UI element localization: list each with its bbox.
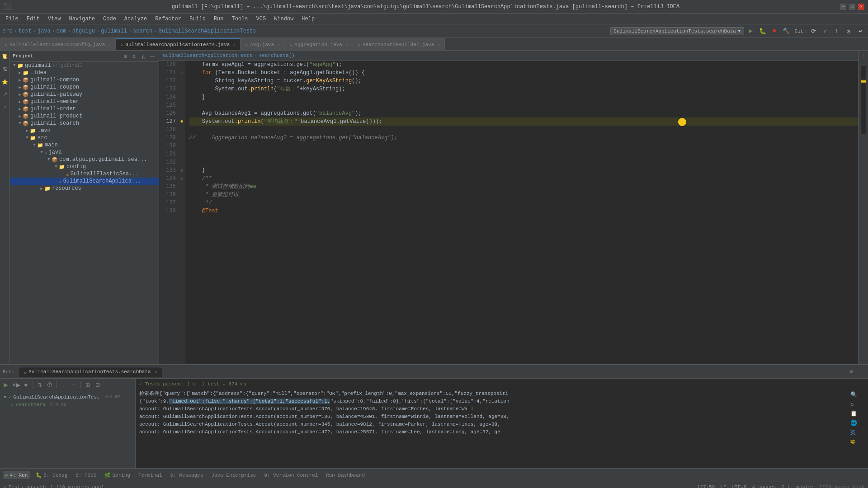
test-case-row[interactable]: ✓ searchData 674 ms	[2, 401, 133, 408]
scroll-indicator[interactable]	[861, 66, 866, 134]
tree-search-tests[interactable]: ☕ GulimallSearchApplica...	[10, 178, 159, 185]
code-editor[interactable]: 120 121 122 123 124 125 126 127 128 129 …	[159, 61, 858, 364]
run-tab-close[interactable]: ✕	[155, 369, 157, 375]
bc-method[interactable]: searchData()	[259, 53, 295, 58]
output-tool-1[interactable]: 🔍	[850, 391, 857, 399]
build-button[interactable]: 🔨	[781, 26, 791, 36]
tab-search-tests-close[interactable]: ✕	[233, 42, 236, 47]
git-history-button[interactable]: ◷	[844, 26, 854, 36]
menu-build[interactable]: Build	[186, 15, 209, 23]
menu-tools[interactable]: Tools	[228, 15, 252, 23]
code-content[interactable]: Terms ageAgg1 = aggregations.get("ageAgg…	[185, 61, 858, 364]
output-tool-2[interactable]: ↻	[850, 401, 857, 408]
menu-view[interactable]: View	[44, 15, 65, 23]
rerun-button[interactable]: ▶	[2, 381, 10, 389]
bottombar-tab-terminal[interactable]: Terminal	[136, 472, 165, 479]
menu-run[interactable]: Run	[210, 15, 227, 23]
tab-aggregation[interactable]: ☕ Aggregation.java ✕	[285, 38, 353, 50]
output-lang-indicator[interactable]: 英	[850, 429, 857, 437]
menu-edit[interactable]: Edit	[23, 15, 43, 23]
minimize-button[interactable]: ─	[840, 4, 846, 10]
bottombar-tab-messages[interactable]: 0: Messages	[168, 472, 206, 479]
bottombar-tab-dashboard[interactable]: Run Dashboard	[323, 472, 368, 479]
tree-gateway[interactable]: ▶ 📦 gulimall-gateway	[10, 91, 159, 98]
fold-icon-133[interactable]: ⊟	[180, 168, 183, 173]
bottombar-tab-run[interactable]: ▶ 4: Run	[3, 471, 30, 479]
tree-coupon[interactable]: ▶ 📦 gulimall-coupon	[10, 84, 159, 91]
bottom-tab-run[interactable]: ☕ GulimallSearchApplicationTests.searchD…	[19, 367, 161, 377]
git-rollback-button[interactable]: ↩	[855, 26, 865, 36]
git-update-button[interactable]: ⟳	[808, 26, 818, 36]
breadcrumb-atguigu[interactable]: atguigu	[72, 28, 95, 34]
tree-mvn[interactable]: ▶ 📁 .mvn	[10, 127, 159, 134]
bottom-panel-minimize[interactable]: —	[857, 368, 865, 376]
sidebar-vcs-icon[interactable]: ⎇	[1, 90, 9, 99]
tree-main[interactable]: ▼ 📁 main	[10, 141, 159, 149]
status-indent[interactable]: 4 spaces	[752, 484, 776, 488]
bottombar-tab-vcs[interactable]: 9: Version Control	[261, 472, 321, 479]
tab-search-source-close[interactable]: ✕	[437, 42, 440, 47]
fold-icon-121[interactable]: ⊟	[180, 70, 183, 75]
tab-elastic-config[interactable]: ☕ GulimallElasticSearchConfig.java ✕	[0, 38, 116, 50]
tab-elastic-config-close[interactable]: ✕	[108, 42, 111, 47]
status-position[interactable]: 127:58	[697, 484, 715, 488]
tree-idea[interactable]: ▶ 📁 .idea	[10, 69, 159, 76]
maximize-button[interactable]: □	[849, 4, 855, 10]
sidebar-favorites-icon[interactable]: ⭐	[1, 78, 9, 86]
bottombar-tab-spring[interactable]: 🌿 Spring	[102, 471, 133, 479]
tree-elastic-config[interactable]: ☕ GulimallElasticSea...	[10, 170, 159, 178]
tree-product[interactable]: ▶ 📦 gulimall-product	[10, 113, 159, 120]
tree-java[interactable]: ▼ ☕ java	[10, 149, 159, 156]
collapse-all-tests[interactable]: ⊟	[94, 381, 102, 389]
right-sidebar-icon-1[interactable]: !	[859, 52, 868, 61]
project-panel-expand-all[interactable]: ⇅	[131, 52, 138, 60]
breadcrumb-src[interactable]: src	[3, 28, 13, 34]
sort-alpha-button[interactable]: ⇅	[36, 381, 44, 389]
bottom-panel-settings[interactable]: ⚙	[847, 368, 855, 376]
breadcrumb-test[interactable]: test	[19, 28, 32, 34]
tree-src[interactable]: ▼ 📁 src	[10, 134, 159, 141]
tab-search-tests[interactable]: ☕ GulimallSearchApplicationTests.java ✕	[116, 38, 241, 50]
sidebar-commit-icon[interactable]: ✓	[1, 103, 9, 111]
export-button[interactable]: ↑	[70, 381, 78, 389]
run-failed-button[interactable]: ✕▶	[12, 381, 20, 389]
tab-search-source[interactable]: ☕ SearchSourceBuilder.java ✕	[353, 38, 445, 50]
breadcrumb-com[interactable]: com	[57, 28, 66, 34]
run-configuration-dropdown[interactable]: GulimallSearchApplicationTests.searchDat…	[610, 27, 744, 35]
breadcrumb-search[interactable]: search	[133, 28, 152, 34]
menu-file[interactable]: File	[2, 15, 22, 23]
breadcrumb-gulimall[interactable]: gulimall	[101, 28, 127, 34]
bottombar-tab-java-ee[interactable]: Java Enterprise	[208, 472, 259, 479]
menu-refactor[interactable]: Refactor	[151, 15, 185, 23]
status-git[interactable]: Git: master	[781, 484, 814, 488]
project-panel-settings[interactable]: ⚙	[122, 52, 129, 60]
tab-avg[interactable]: ☕ Avg.java ✕	[241, 38, 285, 50]
git-commit-button[interactable]: ✓	[820, 26, 830, 36]
menu-analyze[interactable]: Analyze	[121, 15, 151, 23]
menu-vcs[interactable]: VCS	[253, 15, 270, 23]
tree-search[interactable]: ▼ 📦 gulimall-search	[10, 120, 159, 127]
bc-class[interactable]: GulimallSearchApplicationTests	[163, 53, 252, 58]
tree-package[interactable]: ▼ 📦 com.atguigu.gulimall.sea...	[10, 156, 159, 163]
git-push-button[interactable]: ↑	[832, 26, 842, 36]
import-button[interactable]: ↓	[60, 381, 68, 389]
project-panel-close[interactable]: —	[149, 52, 156, 60]
tree-common[interactable]: ▶ 📦 gulimall-common	[10, 76, 159, 84]
tree-order[interactable]: ▶ 📦 gulimall-order	[10, 105, 159, 113]
status-encoding[interactable]: UTF-8	[732, 484, 747, 488]
tree-resources[interactable]: ▶ 📁 resources	[10, 185, 159, 192]
menu-window[interactable]: Window	[270, 15, 297, 23]
close-button[interactable]: ✕	[858, 4, 864, 10]
expand-all-tests[interactable]: ⊞	[84, 381, 92, 389]
output-lang-indicator-2[interactable]: 英	[850, 439, 857, 446]
output-tool-3[interactable]: 📋	[850, 410, 857, 418]
fold-icon-134[interactable]: ⊟	[180, 176, 183, 181]
tree-root-gulimall[interactable]: ▼ 📁 gulimall F:\gulimall	[10, 62, 159, 69]
sidebar-structure-icon[interactable]: 🏗	[1, 65, 9, 73]
menu-code[interactable]: Code	[99, 15, 120, 23]
sidebar-project-icon[interactable]: 📁	[1, 52, 9, 61]
stop-run-button[interactable]: ■	[22, 381, 30, 389]
menu-help[interactable]: Help	[298, 15, 318, 23]
tree-member[interactable]: ▶ 📦 gulimall-member	[10, 98, 159, 105]
run-button[interactable]: ▶	[746, 26, 756, 36]
